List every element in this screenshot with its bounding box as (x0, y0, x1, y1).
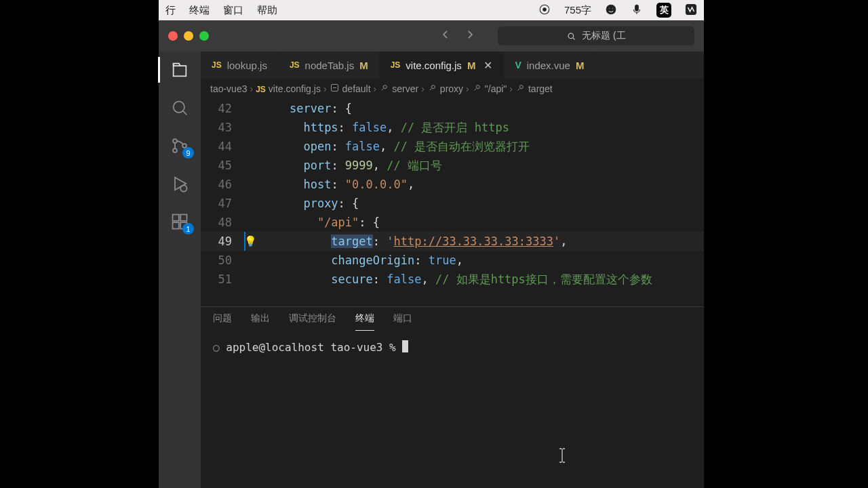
menubar-left: 行 终端 窗口 帮助 (165, 4, 277, 17)
code-line[interactable]: 50 changeOrigin: true, (201, 251, 704, 270)
js-icon: JS (391, 60, 401, 70)
editor-tab[interactable]: JSlookup.js (201, 52, 279, 79)
svg-point-12 (180, 185, 186, 191)
command-center[interactable]: 无标题 (工 (498, 26, 694, 45)
lightbulb-icon (244, 137, 262, 156)
terminal-cursor (402, 340, 408, 352)
svg-rect-5 (635, 5, 639, 11)
ibeam-cursor-icon (557, 447, 568, 464)
line-number: 48 (201, 213, 244, 232)
search-icon[interactable] (170, 98, 190, 118)
wordcount-indicator: 755字 (564, 4, 591, 17)
scm-badge: 9 (182, 147, 194, 159)
panel-tab[interactable]: 终端 (355, 312, 374, 331)
source-control-icon[interactable]: 9 (170, 136, 190, 156)
panel-tab[interactable]: 输出 (251, 312, 270, 331)
symbol-property-icon (472, 83, 482, 95)
svg-point-2 (606, 5, 616, 14)
breadcrumbs[interactable]: tao-vue3›JSvite.config.js›default›server… (201, 79, 704, 99)
panel-tab[interactable]: 问题 (213, 312, 232, 331)
svg-point-9 (173, 139, 177, 143)
breadcrumb-segment[interactable]: proxy (440, 83, 463, 94)
chevron-right-icon: › (250, 83, 253, 94)
code-content: port: 9999, // 端口号 (262, 156, 442, 175)
panel-tab[interactable]: 端口 (393, 312, 412, 331)
nav-back-button[interactable] (439, 28, 452, 43)
editor-tabs: JSlookup.jsJSnodeTab.jsMJSvite.config.js… (201, 52, 704, 79)
lightbulb-icon (244, 251, 262, 270)
symbol-property-icon (427, 83, 437, 95)
extensions-badge: 1 (182, 223, 194, 235)
close-tab-icon[interactable]: ✕ (484, 59, 492, 72)
lightbulb-icon (244, 213, 262, 232)
explorer-icon[interactable] (170, 60, 190, 80)
lightbulb-icon[interactable]: 💡 (244, 232, 262, 251)
editor-tab[interactable]: JSvite.config.jsM✕ (380, 52, 505, 79)
code-line[interactable]: 48 "/api": { (201, 213, 704, 232)
menu-item[interactable]: 行 (165, 4, 176, 17)
code-line[interactable]: 49💡 target: 'http://33.33.33.33:3333', (201, 232, 704, 251)
panel-tab[interactable]: 调试控制台 (289, 312, 336, 331)
lightbulb-icon (244, 156, 262, 175)
editor-tab[interactable]: JSnodeTab.jsM (279, 52, 380, 79)
code-line[interactable]: 44 open: false, // 是否自动在浏览器打开 (201, 137, 704, 156)
panel-tabs: 问题输出调试控制台终端端口 (201, 307, 704, 331)
app-icon[interactable] (685, 3, 697, 18)
breadcrumb-segment[interactable]: server (392, 83, 418, 94)
code-content: "/api": { (262, 213, 380, 232)
screen-record-icon[interactable] (538, 3, 551, 18)
emoji-icon[interactable] (605, 3, 617, 18)
breadcrumb-segment[interactable]: "/api" (485, 83, 507, 94)
window-maximize-button[interactable] (199, 31, 209, 41)
code-content: target: 'http://33.33.33.33:3333', (262, 232, 567, 251)
code-line[interactable]: 43 https: false, // 是否开启 https (201, 118, 704, 137)
ime-indicator[interactable]: 英 (656, 3, 671, 18)
microphone-icon[interactable] (631, 3, 643, 18)
code-line[interactable]: 42 server: { (201, 99, 704, 118)
menu-item[interactable]: 窗口 (223, 4, 243, 17)
menu-item[interactable]: 帮助 (257, 4, 277, 17)
line-number: 49 (201, 232, 244, 251)
chevron-right-icon: › (466, 83, 469, 94)
svg-rect-14 (180, 215, 186, 221)
run-debug-icon[interactable] (170, 174, 190, 194)
activity-bar: 9 1 (159, 52, 201, 488)
code-line[interactable]: 46 host: "0.0.0.0", (201, 175, 704, 194)
code-line[interactable]: 47 proxy: { (201, 194, 704, 213)
line-number: 44 (201, 137, 244, 156)
code-content: secure: false, // 如果是https接口，需要配置这个参数 (262, 270, 652, 289)
lightbulb-icon (244, 118, 262, 137)
lightbulb-icon (244, 99, 262, 118)
breadcrumb-segment[interactable]: default (342, 83, 371, 94)
breadcrumb-segment[interactable]: tao-vue3 (210, 83, 247, 94)
terminal-prompt: apple@localhost tao-vue3 % (226, 341, 395, 354)
svg-rect-15 (173, 222, 179, 228)
menubar-right: 755字 英 (538, 3, 697, 18)
terminal[interactable]: ○ apple@localhost tao-vue3 % (201, 331, 704, 488)
tab-label: nodeTab.js (305, 60, 355, 71)
window-close-button[interactable] (168, 31, 178, 41)
code-line[interactable]: 45 port: 9999, // 端口号 (201, 156, 704, 175)
svg-rect-13 (173, 215, 179, 221)
symbol-property-icon (515, 83, 526, 95)
svg-point-7 (568, 33, 574, 39)
js-icon: JS (290, 60, 300, 70)
breadcrumb-segment[interactable]: vite.config.js (269, 83, 321, 94)
chevron-right-icon: › (323, 83, 327, 94)
editor-tab[interactable]: Vindex.vueM (504, 52, 595, 79)
svg-point-8 (174, 102, 184, 113)
command-center-label: 无标题 (工 (582, 30, 626, 42)
symbol-module-icon (330, 83, 340, 95)
svg-point-3 (609, 7, 610, 9)
lightbulb-icon (244, 175, 262, 194)
line-number: 43 (201, 118, 244, 137)
menu-item[interactable]: 终端 (189, 4, 210, 17)
window-minimize-button[interactable] (184, 31, 193, 41)
nav-forward-button[interactable] (464, 28, 476, 43)
breadcrumb-segment[interactable]: target (528, 83, 553, 94)
symbol-property-icon (379, 83, 389, 95)
extensions-icon[interactable]: 1 (170, 211, 190, 232)
code-content: proxy: { (262, 194, 359, 213)
code-line[interactable]: 51 secure: false, // 如果是https接口，需要配置这个参数 (201, 270, 704, 289)
code-editor[interactable]: 42 server: {43 https: false, // 是否开启 htt… (201, 99, 704, 306)
